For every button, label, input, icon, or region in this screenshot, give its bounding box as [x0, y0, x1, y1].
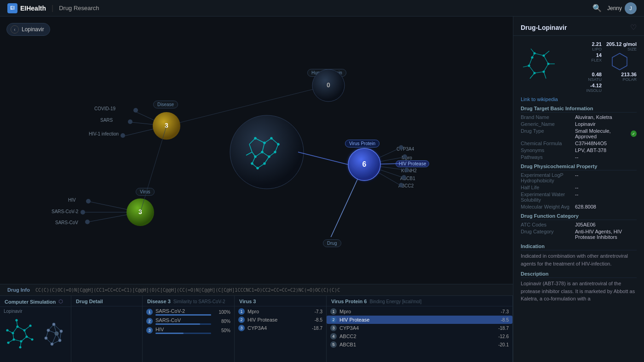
disease-row[interactable]: 1 SARS-CoV-2 100% [143, 307, 234, 317]
logp-val: -- [575, 172, 637, 183]
row-number: 1 [238, 308, 245, 315]
row-label: HIV Protease [339, 317, 489, 322]
virus-protein-row[interactable]: 2 HIV Protease -8.5 [327, 316, 512, 324]
drug-category-key: Drug Category [521, 229, 571, 240]
drug-type-val: Small Molecule, Approved ✓ [575, 128, 637, 139]
svg-point-83 [26, 336, 28, 338]
svg-point-90 [19, 346, 21, 348]
virus-row[interactable]: 1 Mpro -7.3 [235, 307, 326, 316]
user-menu[interactable]: Jenny J [607, 2, 637, 14]
panel-computer-simulation: Computer Simulation ⬡ Lopinavir [0, 296, 71, 362]
svg-point-10 [80, 210, 85, 215]
svg-text:6: 6 [362, 160, 367, 168]
section-function: Drug Function Category [521, 213, 637, 220]
stat-polar: 213.36 POLAR [603, 72, 637, 82]
svg-point-52 [257, 167, 259, 169]
stat-insolu: -4.12 INSOLU [568, 83, 602, 93]
svg-point-88 [29, 325, 31, 327]
polar-value: 213.36 [621, 72, 637, 77]
svg-line-111 [544, 56, 548, 64]
svg-point-125 [547, 63, 549, 65]
row-value: -8.5 [492, 317, 509, 322]
svg-point-92 [6, 329, 8, 331]
svg-point-48 [268, 156, 270, 158]
virus-protein-row[interactable]: 3 CYP3A4 -18.7 [327, 324, 512, 332]
row-number: 3 [146, 327, 153, 334]
brand-name-val: Aluviran, Koletra [575, 114, 637, 120]
panel-disease: Disease 3 Similarity to SARS-CoV-2 1 SAR… [143, 296, 235, 362]
svg-point-20 [399, 145, 403, 150]
svg-point-103 [52, 323, 55, 326]
panel-virus: Virus 3 1 Mpro -7.3 2 HIV Protease -8.5 … [235, 296, 327, 362]
virus-row[interactable]: 3 CYP3A4 -18.7 [235, 324, 326, 332]
svg-point-89 [31, 339, 33, 340]
row-value: 50% [214, 328, 230, 333]
svg-line-110 [535, 53, 544, 56]
brand-name-row: Brand Name Aluviran, Koletra [521, 114, 637, 120]
favorite-icon[interactable]: ♡ [630, 23, 637, 32]
section-title: Drug Research [59, 5, 99, 11]
virus-row[interactable]: 2 HIV Protease -8.5 [235, 316, 326, 324]
svg-point-5 [121, 133, 125, 138]
section-description: Description [521, 271, 637, 278]
logp-row: Experimental LogP Hydrophobicity -- [521, 172, 637, 183]
svg-point-85 [13, 339, 15, 340]
virus-protein-row[interactable]: 1 Mpro -7.3 [327, 307, 512, 316]
drug-detail-header: Drug Detail [71, 296, 142, 306]
row-label: CYP3A4 [247, 325, 303, 331]
mol-structure-svg [521, 46, 562, 88]
disease-row[interactable]: 3 HIV 50% [143, 326, 234, 335]
search-icon[interactable]: 🔍 [592, 4, 602, 12]
svg-line-115 [529, 57, 532, 66]
row-label: Mpro [339, 309, 489, 314]
svg-point-106 [51, 343, 53, 345]
wiki-link[interactable]: Link to wikipedia [521, 96, 637, 102]
drug-info-bar: Drug Info CC(C)(C)OC(=O)N[C@@H](CC1=CC=C… [0, 284, 513, 295]
section-drug-target: Drug Target Basic Information [521, 106, 637, 113]
sim-export-icon[interactable]: ⬡ [58, 299, 63, 305]
insolu-value: -4.12 [590, 83, 602, 88]
row-number: 3 [330, 325, 337, 331]
row-value: 80% [214, 319, 230, 324]
svg-point-44 [264, 142, 265, 144]
svg-point-123 [534, 52, 535, 54]
flex-value: 14 [596, 52, 602, 58]
svg-point-109 [55, 332, 58, 335]
insolu-label: INSOLU [586, 88, 602, 93]
virus-protein-row[interactable]: 5 ABCB1 -20.1 [327, 340, 512, 349]
atc-val: J05AE06 [575, 222, 637, 227]
drug-type-row: Drug Type Small Molecule, Approved ✓ [521, 128, 637, 139]
back-button[interactable]: ‹ Lopinavir [6, 23, 50, 36]
row-number: 2 [146, 318, 153, 324]
brand-name: EIHealth [20, 5, 46, 12]
vprotein-table: 1 Mpro -7.3 2 HIV Protease -8.5 3 CYP3A4… [327, 306, 512, 362]
avatar: J [625, 2, 637, 14]
lipo-value: 2.21 [592, 41, 602, 47]
sim-3d-svg [39, 317, 67, 356]
disease-row[interactable]: 2 SARS-CoV 80% [143, 317, 234, 326]
row-number: 3 [238, 325, 245, 331]
disease-subtitle: Similarity to SARS-CoV-2 [173, 299, 225, 304]
stat-nsatu: 0.48 NSATU [568, 72, 602, 82]
polar-label: POLAR [622, 77, 637, 82]
section-physicochemical: Drug Physicochemical Property [521, 164, 637, 170]
row-value: -20.1 [492, 342, 509, 347]
synonyms-key: Synonyms [521, 147, 571, 153]
brand-name-key: Brand Name [521, 114, 571, 120]
row-value: -7.3 [492, 309, 509, 314]
right-panel-content: 2.21 LIPO 205.12 g/mol SIZE 14 FLEX [513, 36, 644, 362]
row-label: HIV Protease [247, 317, 303, 322]
pathways-key: Pathways [521, 154, 571, 160]
virus-title: Virus 3 [239, 299, 256, 304]
nsatu-label: NSATU [588, 77, 602, 82]
row-number: 5 [330, 341, 337, 348]
mol-viz-area: 2.21 LIPO 205.12 g/mol SIZE 14 FLEX [521, 36, 637, 96]
row-label: Mpro [247, 309, 303, 314]
pathways-row: Pathways -- [521, 154, 637, 160]
svg-point-82 [23, 329, 25, 331]
description-text: Lopinavir (ABT-378) is an antiretroviral… [521, 280, 637, 303]
size-label: SIZE [627, 47, 637, 51]
virus-protein-row[interactable]: 4 ABCC2 -12.6 [327, 332, 512, 340]
solubility-val: -- [575, 192, 637, 203]
svg-point-45 [270, 137, 272, 139]
